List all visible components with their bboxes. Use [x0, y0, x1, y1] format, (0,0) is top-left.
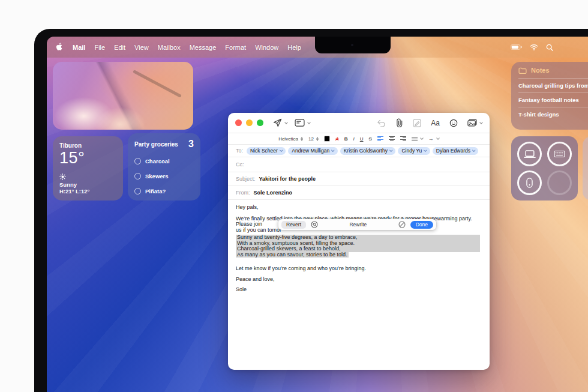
reminder-item[interactable]: Skewers — [134, 173, 194, 179]
header-fields-chevron-icon[interactable] — [307, 121, 311, 124]
devices-widget[interactable] — [511, 136, 578, 201]
menu-item-help[interactable]: Help — [287, 44, 301, 51]
laptop-icon[interactable] — [517, 142, 542, 166]
mail-toolbar: Aa — [228, 113, 490, 133]
text-color-swatch[interactable] — [324, 136, 330, 142]
send-options-chevron-icon[interactable] — [284, 121, 288, 124]
partial-widget — [583, 136, 588, 201]
italic-button[interactable]: I — [353, 136, 355, 142]
reminders-widget[interactable]: Party groceries 3 Charcoal Skewers Piñat… — [128, 133, 200, 201]
zoom-button[interactable] — [257, 119, 263, 126]
checkbox-circle-icon[interactable] — [134, 188, 141, 194]
done-button[interactable]: Done — [410, 221, 433, 229]
folder-icon — [518, 67, 527, 74]
checkbox-circle-icon[interactable] — [134, 158, 141, 164]
menu-item-file[interactable]: File — [94, 44, 105, 51]
notes-widget[interactable]: Notes Charcoal grilling tips from Sh Fan… — [511, 62, 588, 130]
cc-field[interactable]: Cc: — [228, 157, 490, 172]
mouse-icon[interactable] — [517, 170, 542, 195]
align-center-icon[interactable] — [389, 136, 395, 142]
note-item[interactable]: T-shirt designs — [518, 107, 588, 121]
reminders-title: Party groceries — [134, 141, 188, 148]
poem-line: As many as you can savour, stories to be… — [236, 252, 349, 258]
subject-label: Subject: — [236, 176, 256, 182]
wifi-icon[interactable] — [530, 44, 538, 50]
menu-status-area — [511, 44, 588, 51]
weather-condition: Sunny — [59, 181, 116, 188]
apple-menu-icon[interactable] — [56, 43, 64, 52]
body-greeting: Hey pals, — [236, 205, 480, 211]
font-size-select[interactable]: 12 — [308, 136, 319, 142]
format-aa-icon[interactable]: Aa — [431, 119, 440, 127]
weather-city: Tiburon — [59, 142, 116, 149]
font-color-icon[interactable]: A — [335, 136, 339, 142]
indent-button[interactable]: → — [428, 136, 439, 142]
writing-tools-bar: Revert Rewrite Done — [278, 219, 436, 230]
stepper-icon — [316, 137, 319, 141]
recipient-chip[interactable]: Nick Scheer — [247, 147, 286, 155]
align-right-icon[interactable] — [400, 136, 406, 142]
close-button[interactable] — [235, 119, 242, 126]
menu-item-window[interactable]: Window — [255, 44, 278, 51]
keyboard-icon[interactable] — [547, 142, 572, 166]
align-left-icon[interactable] — [377, 136, 383, 142]
subject-value: Yakitori for the people — [259, 176, 316, 182]
window-controls — [235, 119, 263, 126]
from-value: Sole Lorenzino — [254, 190, 293, 196]
notes-title: Notes — [531, 67, 550, 74]
recipient-chip[interactable]: Cindy Yu — [398, 147, 430, 155]
menu-app-name[interactable]: Mail — [73, 44, 85, 51]
empty-device-slot — [547, 170, 572, 195]
body-signature: Sole — [236, 287, 480, 293]
emoji-icon[interactable] — [449, 119, 458, 127]
checkbox-circle-icon[interactable] — [134, 173, 141, 179]
recipient-chip[interactable]: Andrew Mulligan — [288, 147, 337, 155]
menu-item-edit[interactable]: Edit — [114, 44, 125, 51]
reminder-item[interactable]: Piñata? — [134, 188, 194, 194]
list-style-button[interactable] — [412, 137, 423, 140]
battery-icon[interactable] — [511, 44, 522, 50]
to-field[interactable]: To: Nick Scheer Andrew Mulligan Kristin … — [228, 145, 490, 157]
cc-label: Cc: — [236, 161, 244, 167]
menu-item-format[interactable]: Format — [225, 44, 246, 51]
photos-chevron-icon[interactable] — [479, 121, 483, 124]
photos-widget[interactable] — [53, 62, 193, 130]
strikethrough-button[interactable]: S — [369, 136, 372, 142]
note-item[interactable]: Charcoal grilling tips from Sh — [518, 78, 588, 92]
rewritten-text-highlight: Sunny and twenty-five degrees, a day to … — [236, 235, 480, 258]
menu-item-mailbox[interactable]: Mailbox — [158, 44, 181, 51]
font-family-select[interactable]: Helvetica — [278, 136, 303, 142]
search-icon[interactable] — [546, 44, 553, 51]
menu-item-view[interactable]: View — [134, 44, 149, 51]
reminder-item[interactable]: Charcoal — [134, 158, 194, 164]
send-icon[interactable] — [273, 118, 282, 127]
header-fields-icon[interactable] — [295, 119, 305, 127]
display-notch — [315, 37, 391, 53]
menu-item-message[interactable]: Message — [190, 44, 217, 51]
recipient-chip[interactable]: Dylan Edwards — [433, 147, 479, 155]
note-item[interactable]: Fantasy football notes — [518, 92, 588, 107]
revert-button[interactable]: Revert — [281, 221, 306, 229]
writing-tools-title: Rewrite — [323, 222, 394, 228]
screen: Mail File Edit View Mailbox Message Form… — [47, 37, 588, 392]
photos-icon[interactable] — [467, 119, 477, 127]
mail-compose-window: Aa Helvetica 12 — [228, 113, 490, 370]
message-body[interactable]: Hey pals, We’re finally settled into the… — [228, 200, 490, 293]
minimize-button[interactable] — [246, 119, 253, 126]
subject-field[interactable]: Subject: Yakitori for the people — [228, 172, 490, 186]
macbook-bezel: Mail File Edit View Mailbox Message Form… — [34, 29, 588, 392]
attach-icon[interactable] — [395, 118, 403, 127]
from-field[interactable]: From: Sole Lorenzino — [228, 186, 490, 200]
recipient-chip[interactable]: Kristin Goldsworthy — [340, 147, 396, 155]
photo-browser-group[interactable] — [467, 119, 482, 127]
weather-widget[interactable]: Tiburon 15° Sunny H:21° L:12° — [53, 136, 123, 201]
body-rsvp: Let me know if you’re coming and who you… — [236, 266, 480, 272]
rewrite-again-icon[interactable] — [311, 221, 318, 228]
weather-high-low: H:21° L:12° — [59, 188, 116, 194]
stop-icon[interactable] — [398, 221, 406, 228]
chip-chevron-icon — [280, 148, 283, 151]
stepper-icon — [301, 137, 303, 141]
photo-detail — [133, 70, 182, 98]
bold-button[interactable]: B — [344, 136, 348, 142]
underline-button[interactable]: U — [360, 136, 364, 142]
